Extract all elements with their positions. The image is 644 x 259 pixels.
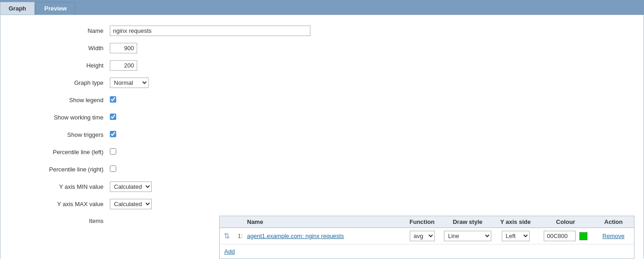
name-input[interactable] [110, 26, 310, 36]
graph-type-row: Graph type NormalStackedPieExplodedBar [0, 76, 644, 89]
header-action: Action [593, 218, 634, 225]
show-working-time-label: Show working time [0, 114, 110, 121]
height-row: Height [0, 59, 644, 72]
tab-preview[interactable]: Preview [36, 2, 75, 15]
graph-type-select[interactable]: NormalStackedPieExplodedBar [110, 78, 149, 88]
name-label: Name [0, 27, 110, 34]
add-row: Add [220, 244, 634, 259]
y-axis-max-select[interactable]: CalculatedFixed [110, 199, 152, 209]
show-triggers-label: Show triggers [0, 131, 110, 138]
y-axis-max-label: Y axis MAX value [0, 201, 110, 207]
height-label: Height [0, 62, 110, 69]
colour-input[interactable] [544, 231, 576, 241]
percentile-left-checkbox[interactable] [110, 148, 116, 155]
name-row: Name [0, 24, 644, 37]
remove-button[interactable]: Remove [603, 233, 624, 239]
colour-swatch [579, 232, 587, 240]
item-name-link[interactable]: agent1.example.com: nginx requests [247, 233, 344, 239]
tabs-bar: Graph Preview [0, 0, 644, 15]
items-label: Items [0, 215, 110, 224]
items-table-header: Name Function Draw style Y axis side Col… [220, 216, 634, 228]
percentile-right-label: Percentile line (right) [0, 166, 110, 173]
show-legend-row: Show legend [0, 93, 644, 106]
items-table: Name Function Draw style Y axis side Col… [219, 216, 634, 259]
graph-type-label: Graph type [0, 79, 110, 86]
draw-style-select[interactable]: LineFilled regionBold lineDotDashed line… [444, 231, 491, 241]
width-row: Width [0, 41, 644, 54]
header-draw-style: Draw style [443, 218, 493, 225]
percentile-right-row: Percentile line (right) [0, 163, 644, 176]
percentile-left-label: Percentile line (left) [0, 149, 110, 155]
add-link[interactable]: Add [220, 244, 239, 259]
function-select[interactable]: avgminmaxlast [410, 231, 435, 241]
percentile-left-row: Percentile line (left) [0, 145, 644, 158]
header-y-axis-side: Y axis side [493, 218, 538, 225]
show-working-time-row: Show working time [0, 111, 644, 124]
width-label: Width [0, 45, 110, 52]
content-area: Name Width Height Graph type NormalStack… [0, 15, 644, 259]
header-function: Function [402, 218, 443, 225]
show-triggers-row: Show triggers [0, 128, 644, 141]
drag-icon[interactable]: ⇅ [224, 232, 230, 240]
tab-graph[interactable]: Graph [0, 2, 35, 15]
show-legend-checkbox[interactable] [110, 96, 116, 103]
y-axis-min-select[interactable]: CalculatedFixed [110, 181, 152, 192]
width-input[interactable] [110, 43, 137, 53]
percentile-right-checkbox[interactable] [110, 166, 116, 172]
show-working-time-checkbox[interactable] [110, 114, 116, 120]
y-axis-max-row: Y axis MAX value CalculatedFixed [0, 197, 644, 210]
y-axis-min-label: Y axis MIN value [0, 183, 110, 190]
row-num: 1: [233, 233, 247, 239]
header-colour: Colour [538, 218, 593, 225]
show-triggers-checkbox[interactable] [110, 131, 116, 137]
y-axis-min-row: Y axis MIN value CalculatedFixed [0, 180, 644, 193]
y-axis-side-select[interactable]: LeftRight [502, 231, 530, 241]
show-legend-label: Show legend [0, 97, 110, 104]
items-row: Items Name Function Draw style Y axis si… [0, 215, 644, 259]
table-row: ⇅ 1: agent1.example.com: nginx requests … [220, 228, 634, 244]
header-name: Name [247, 218, 402, 225]
height-input[interactable] [110, 60, 137, 71]
